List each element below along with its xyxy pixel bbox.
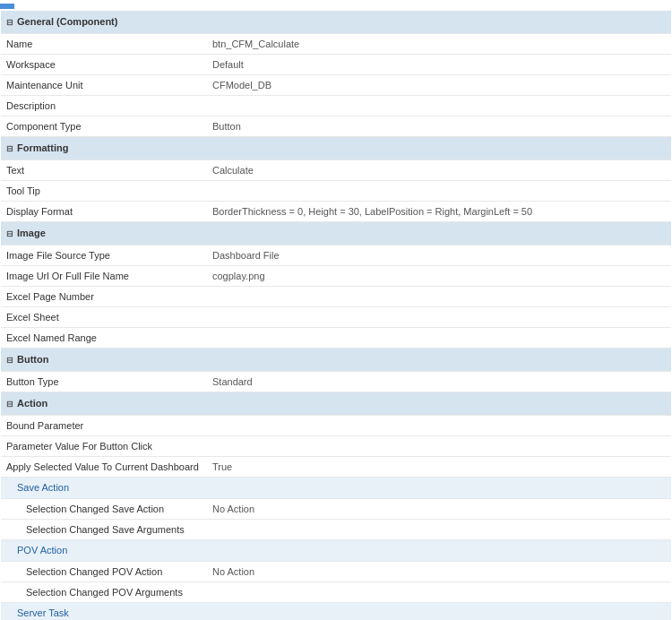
property-value	[207, 181, 671, 202]
property-value: True	[207, 457, 671, 478]
section-header-save-action[interactable]: Save Action	[1, 478, 671, 499]
property-value	[207, 287, 671, 307]
property-label: Display Format	[1, 202, 207, 222]
section-header-formatting[interactable]: ⊟Formatting	[1, 137, 671, 160]
property-label: Button Type	[1, 372, 207, 392]
property-label: Selection Changed POV Action	[1, 562, 207, 582]
property-label: Excel Named Range	[1, 328, 207, 349]
property-label: Name	[1, 34, 207, 55]
property-label: Selection Changed Save Arguments	[1, 520, 207, 540]
property-value: Button	[207, 116, 671, 137]
property-value: Calculate	[207, 160, 671, 181]
section-header-pov-action[interactable]: POV Action	[1, 540, 671, 562]
property-label: Image File Source Type	[1, 245, 207, 266]
property-label: Bound Parameter	[1, 416, 207, 436]
expand-icon: ⊟	[6, 229, 13, 238]
section-header-image[interactable]: ⊟Image	[1, 222, 671, 245]
section-header-general[interactable]: ⊟General (Component)	[1, 11, 671, 34]
property-value: CFModel_DB	[207, 75, 671, 96]
title-label	[0, 4, 14, 9]
property-label: Selection Changed Save Action	[1, 499, 207, 520]
expand-icon: ⊟	[6, 18, 13, 27]
section-header-button[interactable]: ⊟Button	[1, 349, 671, 372]
property-value	[207, 328, 671, 349]
property-label: Tool Tip	[1, 181, 207, 202]
property-value	[207, 307, 671, 328]
property-value	[207, 520, 671, 540]
property-label: Image Url Or Full File Name	[1, 266, 207, 287]
property-label: Excel Sheet	[1, 307, 207, 328]
property-value	[207, 96, 671, 116]
property-value: No Action	[207, 499, 671, 520]
property-value	[207, 582, 671, 603]
property-value: cogplay.png	[207, 266, 671, 287]
property-label: Parameter Value For Button Click	[1, 436, 207, 457]
property-label: Maintenance Unit	[1, 75, 207, 96]
property-value	[207, 436, 671, 457]
expand-icon: ⊟	[6, 144, 13, 153]
property-value: BorderThickness = 0, Height = 30, LabelP…	[207, 202, 671, 222]
property-label: Excel Page Number	[1, 287, 207, 307]
property-label: Description	[1, 96, 207, 116]
section-header-action[interactable]: ⊟Action	[1, 392, 671, 416]
property-label: Text	[1, 160, 207, 181]
property-value	[207, 416, 671, 436]
expand-icon: ⊟	[6, 356, 13, 365]
property-value: Standard	[207, 372, 671, 392]
section-header-server-task[interactable]: Server Task	[1, 603, 671, 621]
expand-icon: ⊟	[6, 400, 13, 409]
property-label: Component Type	[1, 116, 207, 137]
property-value: Dashboard File	[207, 245, 671, 266]
property-value: No Action	[207, 562, 671, 582]
property-value: btn_CFM_Calculate	[207, 34, 671, 55]
property-label: Workspace	[1, 55, 207, 75]
property-value: Default	[207, 55, 671, 75]
property-label: Selection Changed POV Arguments	[1, 582, 207, 603]
properties-table: ⊟General (Component)Namebtn_CFM_Calculat…	[0, 11, 672, 620]
property-label: Apply Selected Value To Current Dashboar…	[1, 457, 207, 478]
title-bar	[0, 0, 672, 11]
